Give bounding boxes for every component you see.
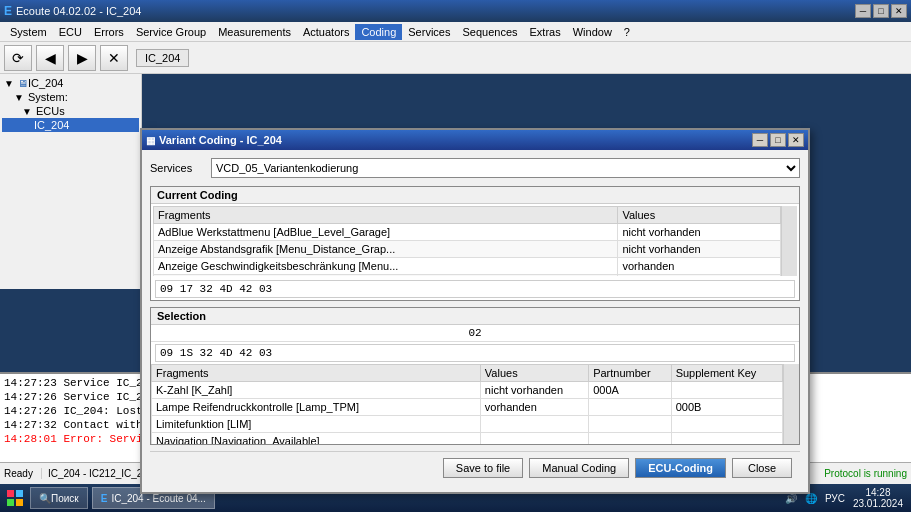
dialog-title: Variant Coding - IC_204 (159, 134, 282, 146)
fragment-cell: AdBlue Werkstattmenu [AdBlue_Level_Garag… (154, 224, 618, 241)
service-select[interactable]: VCD_05_Variantenkodierung (211, 158, 800, 178)
menu-extras[interactable]: Extras (524, 24, 567, 40)
current-coding-header: Current Coding (151, 187, 799, 204)
menu-window[interactable]: Window (567, 24, 618, 40)
tray-icon-1: 🔊 (785, 493, 797, 504)
menu-actuators[interactable]: Actuators (297, 24, 355, 40)
table-row[interactable]: Limitefunktion [LIM] (152, 416, 783, 433)
tree-expand-icon: ▼ (4, 78, 18, 89)
svg-rect-3 (16, 499, 23, 506)
value-cell: nicht vorhanden (618, 224, 781, 241)
tree-root-label: IC_204 (28, 77, 63, 89)
minimize-button[interactable]: ─ (855, 4, 871, 18)
menu-coding[interactable]: Coding (355, 24, 402, 40)
tree-ecus-icon: ▼ (22, 106, 36, 117)
tree-root[interactable]: ▼ 🖥 IC_204 (2, 76, 139, 90)
dialog-footer: Save to file Manual Coding ECU-Coding Cl… (150, 451, 800, 484)
tree-system-label: System: (28, 91, 68, 103)
tree-system-icon: ▼ (14, 92, 28, 103)
menu-errors[interactable]: Errors (88, 24, 130, 40)
table-row[interactable]: Navigation [Navigation_Available] (152, 433, 783, 445)
coding-table: Fragments Values AdBlue Werkstattmenu [A… (153, 206, 781, 276)
svg-rect-0 (7, 490, 14, 497)
dialog-close[interactable]: ✕ (788, 133, 804, 147)
ecu-coding-button[interactable]: ECU-Coding (635, 458, 726, 478)
tray-icon-2: 🌐 (805, 493, 817, 504)
app-title: Ecoute 04.02.02 - IC_204 (16, 5, 141, 17)
fragment-cell: Anzeige Geschwindigkeitsbeschränkung [Me… (154, 258, 618, 275)
selection-header: Selection (151, 308, 799, 325)
save-to-file-button[interactable]: Save to file (443, 458, 523, 478)
manual-coding-button[interactable]: Manual Coding (529, 458, 629, 478)
sel-col-supplement: Supplement Key (671, 365, 782, 382)
selection-value: 02 (151, 325, 799, 342)
status-ready: Ready (4, 468, 33, 479)
taskbar-search-label: Поиск (51, 493, 79, 504)
selection-table: Fragments Values Partnumber Supplement K… (151, 364, 783, 444)
search-icon: 🔍 (39, 493, 51, 504)
sel-col-fragments: Fragments (152, 365, 481, 382)
ecoute-icon: E (101, 493, 108, 504)
left-panel: ▼ 🖥 IC_204 ▼ System: ▼ ECUs IC_204 (0, 74, 142, 289)
close-button[interactable]: ✕ (891, 4, 907, 18)
variant-coding-dialog: ▦ Variant Coding - IC_204 ─ □ ✕ Services… (140, 128, 810, 494)
menu-services[interactable]: Services (402, 24, 456, 40)
fragment-cell: Anzeige Abstandsgrafik [Menu_Distance_Gr… (154, 241, 618, 258)
selection-hex-display: 09 1S 32 4D 42 03 (155, 344, 795, 362)
title-bar: E Ecoute 04.02.02 - IC_204 ─ □ ✕ (0, 0, 911, 22)
table-row[interactable]: Lampe Reifendruckkontrolle [Lamp_TPM] vo… (152, 399, 783, 416)
menu-service-group[interactable]: Service Group (130, 24, 212, 40)
ecu-tab[interactable]: IC_204 (136, 49, 189, 67)
dialog-maximize[interactable]: □ (770, 133, 786, 147)
tree-system[interactable]: ▼ System: (2, 90, 139, 104)
clock: 14:28 23.01.2024 (853, 487, 903, 509)
menu-sequences[interactable]: Sequences (456, 24, 523, 40)
value-cell: vorhanden (618, 258, 781, 275)
toolbar: ⟳ ◀ ▶ ✕ IC_204 (0, 42, 911, 74)
main-area: ▼ 🖥 IC_204 ▼ System: ▼ ECUs IC_204 ▦ Var… (0, 74, 911, 289)
status-protocol: Protocol is running (824, 468, 907, 479)
ecu-tab-label: IC_204 (145, 52, 180, 64)
sel-col-values: Values (480, 365, 588, 382)
selection-section: Selection 02 09 1S 32 4D 42 03 Fragments… (150, 307, 800, 445)
toolbar-stop[interactable]: ✕ (100, 45, 128, 71)
tree-ic204-label: IC_204 (34, 119, 69, 131)
tree-root-icon: 🖥 (18, 78, 28, 89)
dialog-icon: ▦ (146, 135, 155, 146)
menu-system[interactable]: System (4, 24, 53, 40)
table-row[interactable]: Audio [Audio_available] vorhanden (154, 275, 781, 277)
table-row[interactable]: AdBlue Werkstattmenu [AdBlue_Level_Garag… (154, 224, 781, 241)
taskbar-search[interactable]: 🔍 Поиск (30, 487, 88, 509)
toolbar-refresh[interactable]: ⟳ (4, 45, 32, 71)
menu-ecu[interactable]: ECU (53, 24, 88, 40)
windows-logo[interactable] (4, 487, 26, 509)
selection-table-scrollbar[interactable] (783, 364, 799, 444)
dialog-title-bar: ▦ Variant Coding - IC_204 ─ □ ✕ (142, 130, 808, 150)
sel-col-partnumber: Partnumber (589, 365, 672, 382)
table-row[interactable]: K-Zahl [K_Zahl] nicht vorhanden 000A (152, 382, 783, 399)
menu-bar: System ECU Errors Service Group Measurem… (0, 22, 911, 42)
clock-time: 14:28 (865, 487, 890, 498)
fragment-cell: Audio [Audio_available] (154, 275, 618, 277)
menu-measurements[interactable]: Measurements (212, 24, 297, 40)
coding-hex-display: 09 17 32 4D 42 03 (155, 280, 795, 298)
toolbar-forward[interactable]: ▶ (68, 45, 96, 71)
coding-table-scrollbar[interactable] (781, 206, 797, 276)
coding-col-values: Values (618, 207, 781, 224)
table-row[interactable]: Anzeige Abstandsgrafik [Menu_Distance_Gr… (154, 241, 781, 258)
table-row[interactable]: Anzeige Geschwindigkeitsbeschränkung [Me… (154, 258, 781, 275)
svg-rect-1 (16, 490, 23, 497)
coding-col-fragments: Fragments (154, 207, 618, 224)
tray-lang: РУС (825, 493, 845, 504)
svg-rect-2 (7, 499, 14, 506)
tree-ecus[interactable]: ▼ ECUs (2, 104, 139, 118)
menu-help[interactable]: ? (618, 24, 636, 40)
toolbar-back[interactable]: ◀ (36, 45, 64, 71)
current-coding-section: Current Coding Fragments Values (150, 186, 800, 301)
service-label: Services (150, 162, 205, 174)
tree-ic204[interactable]: IC_204 (2, 118, 139, 132)
close-button[interactable]: Close (732, 458, 792, 478)
service-row: Services VCD_05_Variantenkodierung (150, 158, 800, 178)
maximize-button[interactable]: □ (873, 4, 889, 18)
dialog-minimize[interactable]: ─ (752, 133, 768, 147)
